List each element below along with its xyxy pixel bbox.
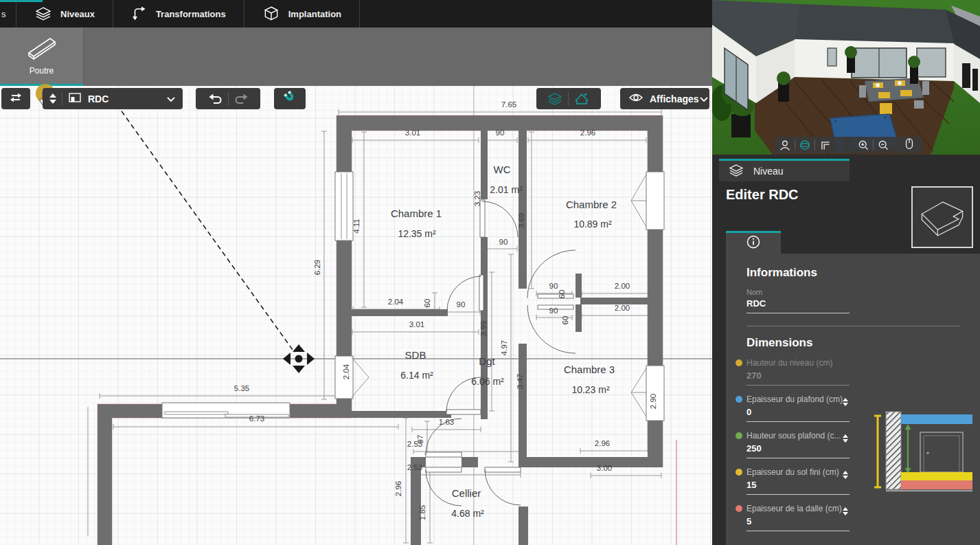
window-chambre1 xyxy=(335,172,353,241)
level-editor-panel: Niveau Editer RDC Informations Nom RDC D… xyxy=(712,155,980,545)
level-thumbnail[interactable] xyxy=(911,186,973,248)
field-color-dot xyxy=(736,469,742,476)
dimensions-heading: Dimensions xyxy=(747,336,966,350)
field-stepper[interactable] xyxy=(843,471,848,479)
history-group xyxy=(196,88,260,109)
room-name-label: Cellier xyxy=(452,487,481,499)
floor-finish-band xyxy=(901,472,972,480)
dimension-label: 2.53 xyxy=(407,440,422,448)
partial-tab-label: s xyxy=(1,9,6,19)
tab-label: Niveaux xyxy=(60,9,95,19)
room-area-label: 6.06 m² xyxy=(471,376,504,387)
field-value-input[interactable]: 0 xyxy=(747,407,751,417)
field-epaisseur-de-la-dalle-cm: Epaisseur de la dalle (cm)5 xyxy=(747,504,863,531)
nom-value-input[interactable]: RDC xyxy=(747,296,850,313)
dimension-label: 2.04 xyxy=(388,298,404,306)
field-color-dot xyxy=(736,505,742,512)
zoom-out-icon[interactable] xyxy=(877,139,889,151)
level-value: RDC xyxy=(88,93,109,104)
dimension-label: 60 xyxy=(423,299,431,308)
field-value-input: 270 xyxy=(747,370,762,381)
informations-heading: Informations xyxy=(747,266,966,280)
tool-palette: Poutre xyxy=(0,27,712,86)
floor-icon xyxy=(68,91,82,107)
dimension-label: 90 xyxy=(549,282,558,290)
dimension-label: 2.96 xyxy=(394,481,402,496)
field-value-input[interactable]: 250 xyxy=(747,443,762,454)
active-tab-indicator xyxy=(0,0,43,2)
panel-title: Editer RDC xyxy=(726,187,799,203)
nom-field: Nom RDC xyxy=(747,288,966,313)
tab-niveau[interactable]: Niveau xyxy=(719,159,850,181)
mouse-settings-button[interactable] xyxy=(896,137,922,153)
poutre-tool-button[interactable]: Poutre xyxy=(0,27,84,86)
field-color-dot xyxy=(736,359,742,366)
dimension-label: 3.47 xyxy=(516,374,524,389)
partial-tab[interactable]: s xyxy=(0,0,16,27)
tab-informations[interactable] xyxy=(726,231,781,254)
dimension-label: 60 xyxy=(561,316,569,325)
field-label: Hauteur du niveau (cm) xyxy=(747,358,863,368)
level-selector[interactable]: RDC xyxy=(43,88,183,109)
room-area-label: 10.89 m² xyxy=(573,219,612,230)
info-icon xyxy=(746,234,761,252)
field-stepper[interactable] xyxy=(843,398,848,406)
level-spinner[interactable] xyxy=(49,93,56,104)
layers-icon xyxy=(729,164,744,179)
application-window: 7.653.01902.966.294.113.233.69902.046090… xyxy=(0,0,980,545)
zoom-in-icon[interactable] xyxy=(857,139,869,151)
dimension-label: 7.65 xyxy=(501,100,516,109)
tool-label: Poutre xyxy=(30,66,54,76)
dimension-label: 4.11 xyxy=(352,219,361,234)
dimension-label: 3.01 xyxy=(405,129,420,137)
view-mode-group xyxy=(536,88,601,109)
affichages-dropdown[interactable]: Affichages xyxy=(620,88,709,109)
tab-implantation[interactable]: Implantation xyxy=(244,0,360,27)
tab-transformations[interactable]: Transformations xyxy=(113,0,244,27)
first-person-icon[interactable] xyxy=(819,139,831,151)
roof-view-button[interactable] xyxy=(574,92,591,106)
dimension-label: 2.96 xyxy=(595,439,610,447)
implantation-icon xyxy=(262,5,280,22)
dimension-label: 2.90 xyxy=(649,394,657,409)
tab-label: Transformations xyxy=(156,9,226,19)
layers-icon xyxy=(34,6,52,21)
room-area-label: 4.68 m² xyxy=(451,508,484,519)
magnet-icon xyxy=(282,90,297,108)
dimension-label: 6.73 xyxy=(249,414,264,423)
layers-view-button[interactable] xyxy=(547,92,562,106)
tab-niveau-label: Niveau xyxy=(753,166,784,177)
wall-section xyxy=(886,412,901,489)
person-icon[interactable] xyxy=(779,139,791,151)
field-hauteur-sous-plafond-c: Hauteur sous plafond (c...250 xyxy=(747,431,863,458)
room-name-label: Chambre 2 xyxy=(566,199,617,210)
tab-niveaux[interactable]: Niveaux xyxy=(16,0,113,27)
dimension-label: 3.01 xyxy=(409,320,424,329)
room-area-label: 2.01 m² xyxy=(490,184,523,195)
panel-content: Informations Nom RDC Dimensions Hauteur … xyxy=(726,254,980,545)
dimension-label: 1.63 xyxy=(439,418,454,426)
dimension-label: 3.99 xyxy=(479,321,488,336)
field-stepper[interactable] xyxy=(843,434,848,443)
affichages-label: Affichages xyxy=(650,93,699,104)
window-bay-sliding xyxy=(162,403,290,418)
dimension-label: 3.69 xyxy=(517,213,525,228)
dimension-label: 2.53 xyxy=(407,463,422,471)
rotate-360-icon[interactable] xyxy=(799,139,811,151)
field-value-input[interactable]: 15 xyxy=(747,480,756,490)
field-value-input[interactable]: 5 xyxy=(747,516,751,526)
undo-button[interactable] xyxy=(207,92,223,106)
field-epaisseur-du-plafond-cm: Epaisseur du plafond (cm)0 xyxy=(747,394,863,422)
tab-label: Implantation xyxy=(288,9,341,19)
room-name-label: WC xyxy=(494,164,511,175)
dimension-label: 5.35 xyxy=(234,384,249,392)
3d-preview-viewport[interactable] xyxy=(712,0,980,155)
dimension-label: 3.00 xyxy=(597,464,612,472)
redo-button[interactable] xyxy=(234,92,249,106)
door-outline xyxy=(920,432,963,472)
swap-level-button[interactable] xyxy=(1,88,30,109)
field-stepper[interactable] xyxy=(843,507,848,515)
room-name-label: Chambre 1 xyxy=(391,208,442,219)
magnet-snap-button[interactable] xyxy=(274,88,306,109)
field-color-dot xyxy=(736,396,742,403)
